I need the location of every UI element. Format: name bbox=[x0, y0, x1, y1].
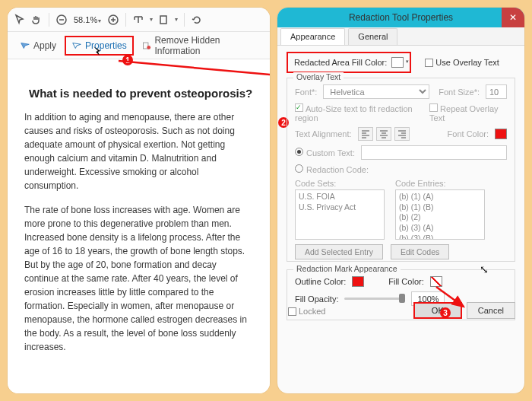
remove-hidden-button[interactable]: Remove Hidden Information bbox=[138, 33, 262, 59]
fit-width-icon[interactable] bbox=[132, 14, 144, 26]
font-size-input[interactable] bbox=[486, 84, 507, 99]
code-entries-list[interactable]: (b) (1) (A) (b) (1) (B) (b) (2) (b) (3) … bbox=[395, 189, 485, 240]
repeat-checkbox[interactable]: Repeat Overlay Text bbox=[429, 103, 507, 123]
code-sets-list[interactable]: U.S. FOIA U.S. Privacy Act bbox=[295, 189, 385, 240]
annotation-1: 1 bbox=[122, 55, 133, 65]
doc-paragraph: The rate of bone loss increases with age… bbox=[24, 203, 253, 354]
custom-text-input[interactable] bbox=[361, 145, 507, 160]
svg-rect-2 bbox=[160, 16, 166, 24]
add-entry-button[interactable]: Add Selected Entry bbox=[295, 244, 383, 259]
apply-button[interactable]: Apply bbox=[15, 38, 61, 53]
overlay-text-group: Overlay Text Font*: Helvetica Font Size*… bbox=[287, 78, 515, 262]
tab-appearance[interactable]: Appearance bbox=[280, 28, 345, 45]
doc-paragraph: In addition to aging and menopause, ther… bbox=[24, 110, 253, 193]
zoom-level[interactable]: 58.1%▾ bbox=[72, 15, 103, 24]
custom-text-radio[interactable]: Custom Text: bbox=[295, 148, 355, 158]
zoom-out-icon[interactable] bbox=[55, 14, 68, 26]
cursor-icon: ⤡ bbox=[480, 263, 489, 275]
dialog-tabs: Appearance General bbox=[277, 27, 524, 46]
page-view-icon[interactable] bbox=[157, 14, 169, 26]
annotation-3: 3 bbox=[440, 307, 451, 318]
redaction-toolbar: Apply Properties Remove Hidden Informati… bbox=[8, 32, 270, 59]
outline-color-swatch[interactable] bbox=[352, 276, 364, 287]
svg-point-4 bbox=[147, 46, 150, 49]
align-center-icon[interactable] bbox=[376, 127, 391, 141]
use-overlay-checkbox[interactable]: Use Overlay Text bbox=[425, 58, 499, 67]
locked-checkbox[interactable]: Locked bbox=[288, 307, 325, 316]
main-toolbar: 58.1%▾ ▾ ▾ bbox=[8, 8, 270, 32]
edit-codes-button[interactable]: Edit Codes bbox=[391, 244, 449, 259]
redaction-code-radio[interactable]: Redaction Code: bbox=[295, 164, 369, 174]
autosize-checkbox[interactable]: Auto-Size text to fit redaction region bbox=[295, 103, 423, 123]
font-color-swatch[interactable] bbox=[495, 129, 507, 139]
selection-tool-icon[interactable] bbox=[14, 14, 26, 26]
redacted-fill-color-swatch[interactable] bbox=[391, 57, 404, 68]
rotate-icon[interactable] bbox=[191, 14, 203, 26]
opacity-slider[interactable] bbox=[344, 298, 405, 300]
close-icon[interactable]: ✕ bbox=[502, 8, 524, 27]
dialog-titlebar: Redaction Tool Properties ✕ bbox=[277, 8, 524, 27]
align-right-icon[interactable] bbox=[394, 127, 410, 141]
align-left-icon[interactable] bbox=[358, 127, 373, 141]
font-select[interactable]: Helvetica bbox=[323, 84, 429, 99]
dialog-title-text: Redaction Tool Properties bbox=[349, 12, 453, 23]
properties-button[interactable]: Properties bbox=[67, 38, 131, 53]
zoom-in-icon[interactable] bbox=[107, 14, 119, 26]
annotation-arrow bbox=[429, 284, 489, 314]
fill-color-label: Redacted Area Fill Color: bbox=[294, 58, 387, 67]
tab-general[interactable]: General bbox=[348, 28, 397, 45]
doc-heading: What is needed to prevent osteoporosis? bbox=[29, 85, 253, 103]
document-view: What is needed to prevent osteoporosis? … bbox=[8, 59, 270, 393]
hand-tool-icon[interactable] bbox=[30, 14, 43, 26]
